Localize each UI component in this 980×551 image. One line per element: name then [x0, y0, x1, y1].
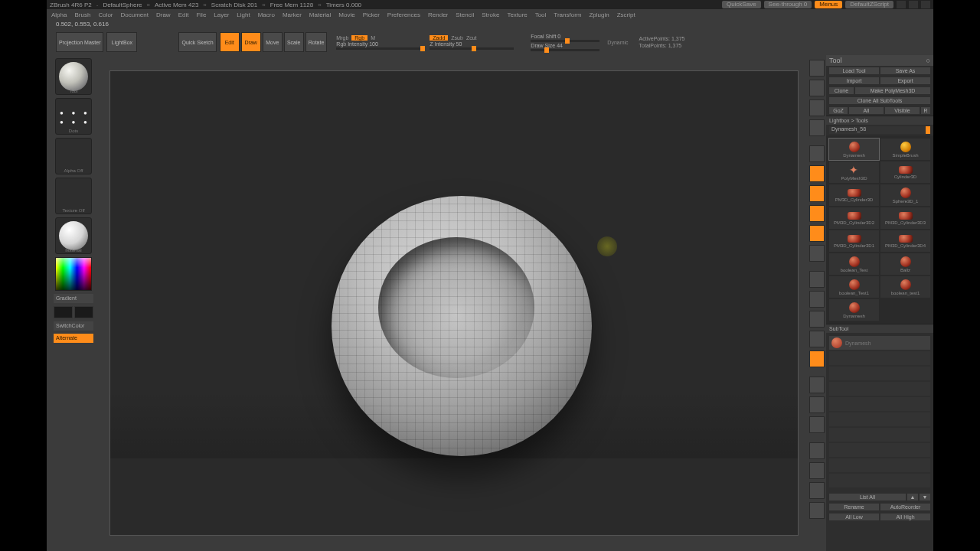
menus-button[interactable]: Menus	[815, 1, 842, 8]
panel-collapse-icon[interactable]: ○	[926, 57, 930, 64]
autoreorder-button[interactable]: AutoReorder	[880, 504, 930, 510]
minimize-button[interactable]	[897, 1, 906, 8]
material-slot[interactable]: Material	[55, 217, 92, 254]
tool-item[interactable]: Dynamesh	[829, 299, 879, 321]
rename-button[interactable]: Rename	[829, 504, 879, 510]
subtool-empty[interactable]	[829, 474, 930, 487]
subtool-empty[interactable]	[829, 443, 930, 457]
m-button[interactable]: M	[371, 35, 375, 41]
shelf-button-19[interactable]	[809, 462, 825, 479]
dynamesh-res-slider[interactable]: Dynamesh_58	[829, 126, 930, 134]
subtool-empty[interactable]	[829, 351, 930, 365]
menu-edit[interactable]: Edit	[178, 11, 189, 18]
menu-transform[interactable]: Transform	[554, 11, 581, 18]
shelf-button-0[interactable]	[809, 60, 825, 77]
shelf-button-20[interactable]	[809, 482, 825, 499]
menu-layer[interactable]: Layer	[214, 11, 229, 18]
shelf-button-4[interactable]	[809, 145, 825, 162]
list-all-button[interactable]: List All	[829, 494, 906, 500]
make-polymesh-button[interactable]: Make PolyMesh3D	[855, 87, 930, 94]
shelf-button-2[interactable]	[809, 99, 825, 116]
menu-draw[interactable]: Draw	[156, 11, 171, 18]
menu-zscript[interactable]: Zscript	[617, 11, 635, 18]
all-high-button[interactable]: All High	[880, 514, 930, 520]
dynamic-toggle[interactable]: Dynamic	[607, 40, 628, 45]
edit-mode-button[interactable]: Edit	[220, 32, 240, 52]
tool-item[interactable]: boolean_Test1	[829, 276, 879, 298]
goz-visible-button[interactable]: Visible	[885, 107, 920, 114]
shelf-button-7[interactable]	[809, 205, 825, 222]
maximize-button[interactable]	[909, 1, 918, 8]
goz-r-button[interactable]: R	[921, 107, 930, 114]
zadd-button[interactable]: Zadd	[430, 35, 448, 41]
shelf-button-12[interactable]	[809, 311, 825, 328]
clone-button[interactable]: Clone	[829, 87, 854, 94]
subtool-empty[interactable]	[829, 412, 930, 426]
all-low-button[interactable]: All Low	[829, 514, 879, 520]
tool-item[interactable]: boolean_test1	[880, 276, 930, 298]
subtool-up-icon[interactable]: ▲	[907, 494, 918, 500]
load-tool-button[interactable]: Load Tool	[829, 67, 879, 74]
zsub-button[interactable]: Zsub	[451, 35, 463, 41]
gradient-button[interactable]: Gradient	[54, 294, 93, 303]
shelf-button-9[interactable]	[809, 245, 825, 262]
export-button[interactable]: Export	[880, 77, 930, 84]
menu-preferences[interactable]: Preferences	[387, 11, 420, 18]
quicksave-button[interactable]: QuickSave	[722, 1, 761, 8]
menu-macro[interactable]: Macro	[258, 11, 275, 18]
seethrough-slider[interactable]: See-through 0	[764, 1, 812, 8]
shelf-button-1[interactable]	[809, 80, 825, 96]
import-button[interactable]: Import	[829, 77, 879, 84]
default-zscript[interactable]: DefaultZScript	[845, 1, 893, 8]
alternate-button[interactable]: Alternate	[54, 334, 93, 343]
rotate-mode-button[interactable]: Rotate	[305, 32, 328, 52]
focal-shift-slider[interactable]	[531, 40, 599, 42]
subtool-empty[interactable]	[829, 428, 930, 442]
tool-item[interactable]: boolean_Test	[829, 253, 879, 275]
shelf-button-8[interactable]	[809, 225, 825, 242]
subtool-empty[interactable]	[829, 397, 930, 411]
color-swatches[interactable]	[54, 306, 93, 318]
mesh-object[interactable]	[332, 196, 592, 456]
lightbox-tools-section[interactable]: Lightbox > Tools	[826, 116, 933, 125]
tool-item[interactable]: PM3D_Cylinder3D4	[880, 230, 930, 252]
menu-color[interactable]: Color	[98, 11, 113, 18]
tool-item[interactable]: PM3D_Cylinder3D2	[829, 207, 879, 229]
shelf-button-5[interactable]	[809, 165, 825, 182]
shelf-button-6[interactable]	[809, 185, 825, 202]
zcut-button[interactable]: Zcut	[466, 35, 477, 41]
menu-light[interactable]: Light	[237, 11, 250, 18]
menu-tool[interactable]: Tool	[535, 11, 547, 18]
tool-item[interactable]: PM3D_Cylinder3D	[829, 184, 879, 206]
subtool-empty[interactable]	[829, 367, 930, 380]
brush-slot[interactable]: Tool	[55, 58, 92, 95]
tool-item[interactable]: Cylinder3D	[880, 161, 930, 183]
menu-brush[interactable]: Brush	[74, 11, 90, 18]
tool-item[interactable]: ✦PolyMesh3D	[829, 161, 879, 183]
tool-item[interactable]: Sphere3D_1	[880, 184, 930, 206]
tool-item[interactable]: Ballz	[880, 253, 930, 275]
scale-mode-button[interactable]: Scale	[284, 32, 304, 52]
shelf-button-21[interactable]	[809, 502, 825, 519]
menu-document[interactable]: Document	[121, 11, 149, 18]
subtool-empty[interactable]	[829, 382, 930, 396]
shelf-button-17[interactable]	[809, 416, 825, 433]
menu-file[interactable]: File	[196, 11, 206, 18]
draw-mode-button[interactable]: Draw	[241, 32, 261, 52]
lightbox-button[interactable]: LightBox	[106, 32, 137, 52]
projection-master-button[interactable]: Projection Master	[56, 32, 103, 52]
menu-zplugin[interactable]: Zplugin	[589, 11, 609, 18]
menu-marker[interactable]: Marker	[283, 11, 302, 18]
viewport-canvas[interactable]	[109, 70, 799, 536]
menu-alpha[interactable]: Alpha	[51, 11, 67, 18]
subtool-down-icon[interactable]: ▼	[920, 494, 930, 500]
save-as-button[interactable]: Save As	[880, 67, 930, 74]
shelf-button-18[interactable]	[809, 442, 825, 459]
tool-item[interactable]: Dynamesh	[829, 139, 879, 160]
alpha-slot[interactable]: Alpha Off	[55, 138, 92, 174]
shelf-button-3[interactable]	[809, 119, 825, 136]
shelf-button-13[interactable]	[809, 331, 825, 347]
clone-all-button[interactable]: Clone All SubTools	[829, 97, 930, 104]
subtool-section[interactable]: SubTool	[826, 324, 933, 333]
shelf-button-14[interactable]	[809, 350, 825, 367]
